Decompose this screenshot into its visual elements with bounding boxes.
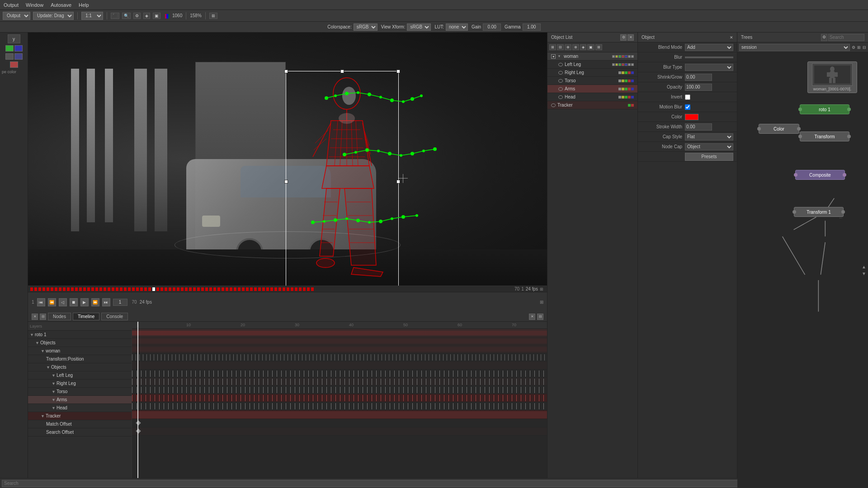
nodes-scroll-up[interactable]: ▲ [862, 264, 866, 269]
frame-mark-4[interactable] [47, 287, 49, 291]
frame-mark-17[interactable] [99, 287, 102, 291]
frame-mark-33[interactable] [165, 287, 167, 291]
frame-mark-3[interactable] [42, 287, 45, 291]
frame-mark-14[interactable] [87, 287, 90, 291]
props-close[interactable]: ✕ [730, 35, 733, 40]
ratio-select[interactable]: 1:1 [81, 12, 103, 20]
frame-mark-2[interactable] [38, 287, 41, 291]
frame-mark-51[interactable] [238, 287, 241, 291]
frame-mark-25[interactable] [132, 287, 135, 291]
layer-match-offset[interactable]: Match Offset [28, 420, 132, 428]
timeline-tracks[interactable]: 1 10 20 30 40 50 60 70 [132, 322, 547, 478]
update-mode-select[interactable]: Update: Drag [33, 12, 74, 20]
green-swatch[interactable] [5, 45, 14, 52]
frame-mark-58[interactable] [266, 287, 269, 291]
frame-mark-8[interactable] [63, 287, 66, 291]
woman-eye-btn[interactable]: ● [551, 54, 556, 59]
viewer-icon-3[interactable]: ⚙ [133, 13, 141, 19]
viewer[interactable] [28, 33, 547, 286]
obj-list-close[interactable]: ✕ [627, 34, 634, 41]
viewer-icon-2[interactable]: 🔍 [122, 13, 131, 19]
nodes-search-input[interactable] [828, 34, 864, 41]
transform2-input[interactable] [793, 210, 796, 214]
session-select[interactable]: session [739, 44, 850, 51]
viewer-icon-5[interactable]: ▣ [153, 13, 160, 19]
frame-mark-62[interactable] [283, 287, 285, 291]
viewer-clip-btn[interactable]: ⊞ [209, 13, 217, 19]
tab-timeline[interactable]: Timeline [73, 313, 99, 320]
cs-select[interactable]: sRGB [354, 23, 377, 31]
tab-console[interactable]: Console [101, 313, 128, 320]
node-transform1[interactable]: Transform [800, 131, 849, 141]
layer-search-offset[interactable]: Search Offset [28, 428, 132, 436]
obj-right-leg[interactable]: Right Leg [547, 69, 637, 77]
invert-checkbox[interactable] [685, 94, 690, 100]
obj-tool-5[interactable]: ◈ [580, 44, 586, 50]
frame-mark-63[interactable] [287, 287, 289, 291]
expand-icon[interactable]: ⊞ [540, 287, 543, 291]
output-mode-select[interactable]: Output [3, 12, 30, 20]
transform1-output[interactable] [847, 135, 851, 138]
node-composite1[interactable]: Composite [795, 170, 845, 180]
composite1-output[interactable] [843, 173, 846, 177]
frame-mark-38[interactable] [185, 287, 188, 291]
frame-mark-36[interactable] [177, 287, 179, 291]
frame-mark-23[interactable] [124, 287, 127, 291]
transform2-output[interactable] [841, 210, 845, 214]
node-cap-select[interactable]: Object [685, 143, 733, 150]
frame-mark-22[interactable] [120, 287, 123, 291]
blur-type-select[interactable] [685, 64, 733, 71]
menu-item-autosave[interactable]: Autosave [51, 2, 71, 8]
red-swatch[interactable] [10, 61, 18, 68]
frame-mark-1[interactable] [34, 287, 37, 291]
play-button[interactable]: ▶ [80, 298, 89, 306]
frame-mark-48[interactable] [226, 287, 228, 291]
frame-mark-59[interactable] [270, 287, 273, 291]
obj-tool-3[interactable]: ⊕ [565, 44, 571, 50]
obj-tool-4[interactable]: ⊗ [572, 44, 579, 50]
frame-mark-60[interactable] [274, 287, 277, 291]
session-link[interactable]: ⊟ [863, 45, 866, 50]
obj-tool-1[interactable]: ⊞ [549, 44, 556, 50]
frame-mark-53[interactable] [246, 287, 249, 291]
nodes-scroll-dn[interactable]: ▼ [862, 271, 866, 276]
frame-mark-6[interactable] [55, 287, 57, 291]
blue-swatch[interactable] [14, 45, 23, 52]
timeline-min-btn[interactable]: ⊟ [537, 314, 543, 320]
layer-head[interactable]: ▼ Head [28, 404, 132, 412]
frame-mark-15[interactable] [91, 287, 94, 291]
frame-mark-27[interactable] [140, 287, 143, 291]
frame-mark-40[interactable] [193, 287, 196, 291]
frame-mark-5[interactable] [51, 287, 53, 291]
fast-forward-button[interactable]: ⏭ [102, 298, 110, 306]
roto1-input[interactable] [798, 108, 802, 111]
layer-arms[interactable]: ▼ Arms [28, 396, 132, 404]
frame-mark-64[interactable] [291, 287, 293, 291]
layer-objects[interactable]: ▼ Objects [28, 339, 132, 347]
frame-mark-69[interactable] [311, 287, 314, 291]
expand-bottom-panel[interactable]: ⊟ [40, 314, 46, 320]
frame-mark-46[interactable] [217, 287, 220, 291]
frame-mark-66[interactable] [299, 287, 302, 291]
color-swatch[interactable] [685, 114, 698, 120]
frame-mark-29[interactable] [148, 287, 151, 291]
layer-roto1[interactable]: ▼ roto 1 [28, 331, 132, 339]
frame-mark-55[interactable] [254, 287, 257, 291]
frame-mark-16[interactable] [95, 287, 98, 291]
frame-mark-7[interactable] [59, 287, 61, 291]
gain-input[interactable] [483, 23, 501, 31]
frame-mark-42[interactable] [201, 287, 204, 291]
frame-mark-34[interactable] [169, 287, 171, 291]
play-back-button[interactable]: ◁ [59, 298, 67, 306]
purple-swatch[interactable] [14, 53, 23, 60]
frame-mark-39[interactable] [189, 287, 192, 291]
frame-mark-37[interactable] [181, 287, 184, 291]
color1-output[interactable] [797, 127, 801, 131]
presets-button[interactable]: Presets [685, 153, 733, 161]
frame-mark-24[interactable] [128, 287, 131, 291]
obj-woman-header[interactable]: ● ▼ woman [547, 52, 637, 61]
tracker-obj-eye[interactable] [551, 103, 556, 107]
frame-mark-52[interactable] [242, 287, 245, 291]
obj-tool-2[interactable]: ⊟ [557, 44, 564, 50]
node-roto1[interactable]: roto 1 [800, 104, 849, 114]
